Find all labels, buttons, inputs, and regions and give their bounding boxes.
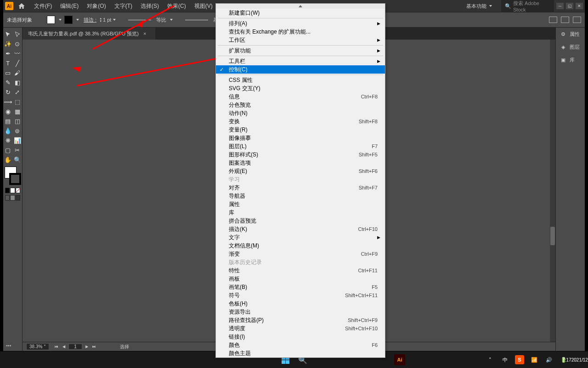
- menu-item-[interactable]: 渐变Ctrl+F9: [216, 250, 385, 258]
- wifi-icon[interactable]: 📶: [529, 355, 539, 365]
- lasso-tool[interactable]: ⊙: [13, 39, 23, 49]
- menu-item-[interactable]: 图案选项: [216, 159, 385, 167]
- panel-properties[interactable]: ⚙属性: [556, 28, 585, 40]
- panel-layers[interactable]: ◈图层: [556, 40, 585, 53]
- tray-chevron-icon[interactable]: ˄: [485, 355, 495, 365]
- color-mode-swatches[interactable]: [3, 187, 22, 194]
- menu-item-[interactable]: 透明度Shift+Ctrl+F10: [216, 324, 385, 333]
- menu-item-[interactable]: 工作区▶: [216, 36, 385, 44]
- free-transform-tool[interactable]: ⬚: [13, 97, 23, 107]
- scroll-thumb[interactable]: [550, 227, 555, 245]
- menu-item-[interactable]: 工具栏▶: [216, 57, 385, 65]
- menu-item-[interactable]: 分色预览: [216, 101, 385, 109]
- restore-button[interactable]: ◱: [566, 3, 573, 9]
- uniform-dropdown[interactable]: [170, 19, 173, 21]
- menu-edit[interactable]: 编辑(E): [56, 0, 83, 12]
- ime-indicator[interactable]: 中: [500, 355, 510, 365]
- align-icon[interactable]: [561, 17, 569, 23]
- menu-item-[interactable]: 颜色主题: [216, 349, 385, 357]
- symbol-sprayer-tool[interactable]: ❋: [3, 136, 13, 145]
- shaper-tool[interactable]: ✎: [3, 78, 13, 87]
- sogou-icon[interactable]: S: [514, 355, 525, 365]
- gradient-tool[interactable]: ◫: [13, 116, 23, 126]
- fill-swatch[interactable]: [47, 16, 55, 24]
- shape-builder-tool[interactable]: ◉: [3, 107, 13, 116]
- menu-file[interactable]: 文件(F): [30, 0, 56, 12]
- menu-item-[interactable]: 变换Shift+F8: [216, 117, 385, 126]
- magic-wand-tool[interactable]: ✨: [3, 39, 13, 49]
- scale-tool[interactable]: ⤢: [13, 87, 23, 97]
- menu-select[interactable]: 选择(S): [136, 0, 163, 12]
- stroke-label[interactable]: 描边 :: [84, 17, 96, 23]
- menu-view[interactable]: 视图(V): [190, 0, 217, 12]
- menu-item-[interactable]: 资源导出: [216, 308, 385, 316]
- menu-item-N[interactable]: 动作(N): [216, 109, 385, 117]
- menu-item-[interactable]: 属性: [216, 200, 385, 208]
- panel-library[interactable]: ▣库: [556, 53, 585, 66]
- menu-item-[interactable]: 特性Ctrl+F11: [216, 266, 385, 275]
- menu-item-[interactable]: 颜色F6: [216, 341, 385, 349]
- rectangle-tool[interactable]: ▭: [3, 68, 13, 78]
- taskbar-app-ai[interactable]: Ai: [394, 354, 405, 365]
- last-page-icon[interactable]: ⏭: [91, 344, 97, 350]
- menu-item-L[interactable]: 图层(L)F7: [216, 142, 385, 150]
- next-page-icon[interactable]: ▶: [84, 344, 90, 350]
- clock[interactable]: 7:172021/12/25: [573, 355, 583, 365]
- eyedropper-tool[interactable]: 💧: [3, 126, 13, 136]
- pen-tool[interactable]: ✒: [3, 49, 13, 58]
- menu-item-[interactable]: 画板: [216, 275, 385, 283]
- menu-item-B[interactable]: 画笔(B)F5: [216, 283, 385, 291]
- menu-item-E[interactable]: 外观(E)Shift+F6: [216, 167, 385, 175]
- menu-item-S[interactable]: 图形样式(S)Shift+F5: [216, 150, 385, 159]
- type-tool[interactable]: T: [3, 58, 13, 68]
- menu-item-M[interactable]: 文档信息(M): [216, 242, 385, 250]
- minimize-button[interactable]: ─: [556, 3, 564, 9]
- perspective-tool[interactable]: ▦: [13, 107, 23, 116]
- menu-item-R[interactable]: 变量(R): [216, 126, 385, 134]
- blend-tool[interactable]: ⊚: [13, 126, 23, 136]
- curvature-tool[interactable]: 〰: [13, 49, 23, 58]
- menu-item-[interactable]: 信息Ctrl+F8: [216, 92, 385, 101]
- workspace-selector[interactable]: 基本功能: [462, 2, 497, 11]
- graph-tool[interactable]: 📊: [13, 136, 23, 145]
- options-icon[interactable]: [573, 17, 581, 23]
- vertical-scrollbar[interactable]: [550, 40, 555, 342]
- prev-page-icon[interactable]: ◀: [61, 344, 67, 350]
- zoom-selector[interactable]: 38.3% ˅: [26, 343, 49, 350]
- menu-item-K[interactable]: 描边(K)Ctrl+F10: [216, 225, 385, 233]
- direct-selection-tool[interactable]: [13, 29, 23, 39]
- stroke-swatch[interactable]: [64, 16, 73, 24]
- menu-item-I[interactable]: 链接(I): [216, 333, 385, 341]
- eraser-tool[interactable]: ◧: [13, 78, 23, 87]
- hand-tool[interactable]: ✋: [3, 155, 13, 165]
- menu-item-[interactable]: 对齐Shift+F7: [216, 184, 385, 192]
- selection-tool[interactable]: [3, 29, 13, 39]
- menu-item-C[interactable]: ✓控制(C): [216, 65, 385, 74]
- menu-item-[interactable]: 扩展功能▶: [216, 46, 385, 55]
- toolbox-options[interactable]: •••: [3, 340, 22, 351]
- close-button[interactable]: ✕: [576, 3, 583, 9]
- dropdown-scroll-up[interactable]: [216, 4, 385, 9]
- stroke-dropdown[interactable]: [76, 19, 79, 21]
- menu-item-H[interactable]: 色板(H): [216, 299, 385, 308]
- menu-item-A[interactable]: 排列(A)▶: [216, 19, 385, 28]
- artboard-tool[interactable]: ▢: [3, 145, 13, 155]
- fill-dropdown[interactable]: [59, 19, 62, 21]
- stroke-weight[interactable]: ▲▼1 pt: [99, 17, 116, 23]
- brush-def[interactable]: [183, 18, 210, 21]
- rotate-tool[interactable]: ↻: [3, 87, 13, 97]
- volume-icon[interactable]: 🔊: [544, 355, 554, 365]
- menu-item-P[interactable]: 路径查找器(P)Shift+Ctrl+F9: [216, 316, 385, 324]
- line-tool[interactable]: ╱: [13, 58, 23, 68]
- stroke-profile[interactable]: [126, 18, 153, 21]
- menu-item-[interactable]: 导航器: [216, 192, 385, 200]
- menu-item-[interactable]: 符号Shift+Ctrl+F11: [216, 291, 385, 299]
- menu-item-SVGY[interactable]: SVG 交互(Y): [216, 84, 385, 92]
- page-input[interactable]: [68, 344, 82, 350]
- fill-stroke-indicator[interactable]: [5, 167, 21, 185]
- document-tab[interactable]: 韦氏儿童智力量表.pdf @ 38.3% (RGB/GPU 预览)×: [23, 28, 155, 40]
- menu-item-CSS[interactable]: CSS 属性: [216, 76, 385, 84]
- slice-tool[interactable]: ✂: [13, 145, 23, 155]
- menu-item-[interactable]: 拼合器预览: [216, 217, 385, 225]
- close-tab-icon[interactable]: ×: [143, 31, 146, 36]
